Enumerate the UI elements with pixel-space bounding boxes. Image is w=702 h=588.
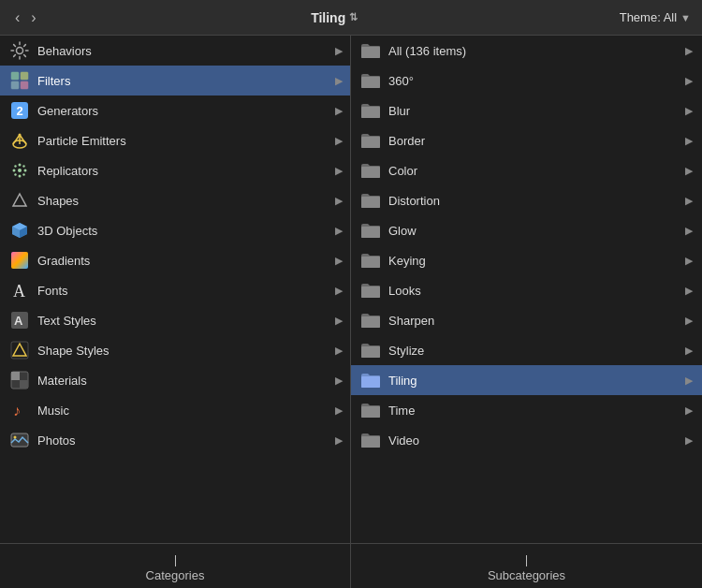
subcat-video-label: Video (388, 434, 681, 448)
subcat-360-label: 360° (388, 74, 681, 88)
subcat-keying-arrow-icon: ▶ (685, 255, 693, 267)
svg-text:2: 2 (16, 104, 22, 118)
subcat-item-video[interactable]: Video ▶ (351, 425, 702, 455)
sidebar-item-text-styles[interactable]: A Text Styles ▶ (0, 305, 350, 335)
folder-video-icon (360, 430, 381, 450)
subcat-item-distortion[interactable]: Distortion ▶ (351, 185, 702, 215)
subcat-item-color[interactable]: Color ▶ (351, 155, 702, 185)
theme-chevron-icon: ▼ (680, 12, 691, 23)
particle-emitters-icon (9, 130, 30, 151)
subcat-glow-label: Glow (388, 224, 681, 238)
replicators-arrow-icon: ▶ (335, 165, 343, 177)
3d-objects-arrow-icon: ▶ (335, 225, 343, 237)
music-icon: ♪ (9, 400, 30, 420)
fonts-icon: A (9, 280, 30, 301)
subcat-item-360[interactable]: 360° ▶ (351, 66, 702, 96)
music-arrow-icon: ▶ (335, 404, 343, 417)
svg-rect-39 (361, 137, 380, 148)
sidebar-item-filters[interactable]: Filters ▶ (0, 66, 350, 96)
footer-categories-line (175, 555, 176, 566)
subcat-sharpen-label: Sharpen (388, 314, 681, 328)
svg-point-18 (22, 165, 24, 167)
subcat-all-label: All (136 items) (388, 44, 681, 58)
footer-categories-section: Categories (0, 544, 351, 588)
subcat-item-tiling[interactable]: Tiling ▶ (351, 365, 702, 395)
svg-point-15 (19, 164, 22, 167)
subcat-360-arrow-icon: ▶ (685, 75, 693, 87)
sidebar-item-music[interactable]: ♪ Music ▶ (0, 395, 350, 425)
theme-selector[interactable]: Theme: All ▼ (620, 10, 691, 24)
footer-categories-label: Categories (146, 568, 205, 582)
music-label: Music (37, 404, 331, 418)
svg-text:♪: ♪ (13, 403, 21, 419)
gradients-label: Gradients (37, 254, 331, 268)
subcat-item-sharpen[interactable]: Sharpen ▶ (351, 305, 702, 335)
sidebar-item-particle-emitters[interactable]: Particle Emitters ▶ (0, 125, 350, 155)
svg-rect-32 (20, 380, 28, 389)
subcat-glow-arrow-icon: ▶ (685, 225, 693, 237)
fonts-label: Fonts (37, 284, 331, 298)
svg-rect-47 (361, 376, 380, 388)
shapes-arrow-icon: ▶ (335, 195, 343, 207)
folder-glow-icon (360, 220, 381, 241)
3d-objects-icon (9, 220, 30, 241)
svg-line-10 (20, 135, 26, 144)
subcat-item-all[interactable]: All (136 items) ▶ (351, 36, 702, 66)
svg-rect-25 (11, 252, 28, 269)
titlebar: ‹ › Tiling ⇅ Theme: All ▼ (0, 0, 702, 36)
sidebar-item-behaviors[interactable]: Behaviors ▶ (0, 36, 350, 66)
folder-time-icon (360, 400, 381, 420)
svg-rect-42 (361, 227, 380, 238)
shape-styles-arrow-icon: ▶ (335, 345, 343, 357)
sidebar-item-replicators[interactable]: Replicators ▶ (0, 155, 350, 185)
gradients-icon (9, 250, 30, 271)
svg-text:A: A (13, 282, 25, 300)
folder-stylize-icon (360, 340, 381, 360)
subcat-looks-arrow-icon: ▶ (685, 285, 693, 297)
gear-icon (9, 40, 30, 61)
sidebar-item-3d-objects[interactable]: 3D Objects ▶ (0, 215, 350, 245)
sidebar-item-fonts[interactable]: A Fonts ▶ (0, 275, 350, 305)
subcat-color-arrow-icon: ▶ (685, 165, 693, 177)
sidebar-item-photos[interactable]: Photos ▶ (0, 425, 350, 455)
subcat-stylize-label: Stylize (388, 344, 681, 358)
subcat-tiling-label: Tiling (388, 374, 681, 388)
svg-rect-4 (21, 81, 28, 89)
shape-styles-label: Shape Styles (37, 344, 331, 358)
subcat-item-glow[interactable]: Glow ▶ (351, 215, 702, 245)
footer-subcategories-line (526, 555, 527, 566)
subcat-item-keying[interactable]: Keying ▶ (351, 245, 702, 275)
svg-rect-1 (11, 72, 19, 80)
sidebar-item-gradients[interactable]: Gradients ▶ (0, 245, 350, 275)
subcat-item-time[interactable]: Time ▶ (351, 395, 702, 425)
materials-icon (9, 370, 30, 390)
sidebar-item-shapes[interactable]: Shapes ▶ (0, 185, 350, 215)
subcat-all-arrow-icon: ▶ (685, 45, 693, 57)
svg-point-14 (24, 169, 27, 172)
sidebar-item-generators[interactable]: 2 Generators ▶ (0, 96, 350, 125)
subcat-item-border[interactable]: Border ▶ (351, 125, 702, 155)
svg-line-9 (13, 135, 20, 144)
sidebar-item-shape-styles[interactable]: Shape Styles ▶ (0, 335, 350, 365)
svg-rect-48 (361, 406, 380, 418)
text-styles-icon: A (9, 310, 30, 331)
subcat-border-label: Border (388, 134, 681, 148)
footer: Categories Subcategories (0, 543, 702, 588)
filters-arrow-icon: ▶ (335, 75, 343, 87)
svg-point-16 (19, 175, 22, 178)
forward-button[interactable]: › (27, 7, 39, 28)
sidebar-item-materials[interactable]: Materials ▶ (0, 365, 350, 395)
replicators-label: Replicators (37, 164, 331, 178)
gradients-arrow-icon: ▶ (335, 255, 343, 267)
svg-rect-3 (11, 81, 19, 89)
particle-emitters-label: Particle Emitters (37, 134, 331, 148)
subcat-item-stylize[interactable]: Stylize ▶ (351, 335, 702, 365)
shape-styles-icon (9, 340, 30, 360)
subcat-item-looks[interactable]: Looks ▶ (351, 275, 702, 305)
back-button[interactable]: ‹ (11, 7, 23, 28)
subcat-distortion-label: Distortion (388, 194, 681, 208)
behaviors-arrow-icon: ▶ (335, 45, 343, 57)
subcat-item-blur[interactable]: Blur ▶ (351, 96, 702, 125)
3d-objects-label: 3D Objects (37, 224, 331, 238)
subcat-blur-arrow-icon: ▶ (685, 105, 693, 117)
